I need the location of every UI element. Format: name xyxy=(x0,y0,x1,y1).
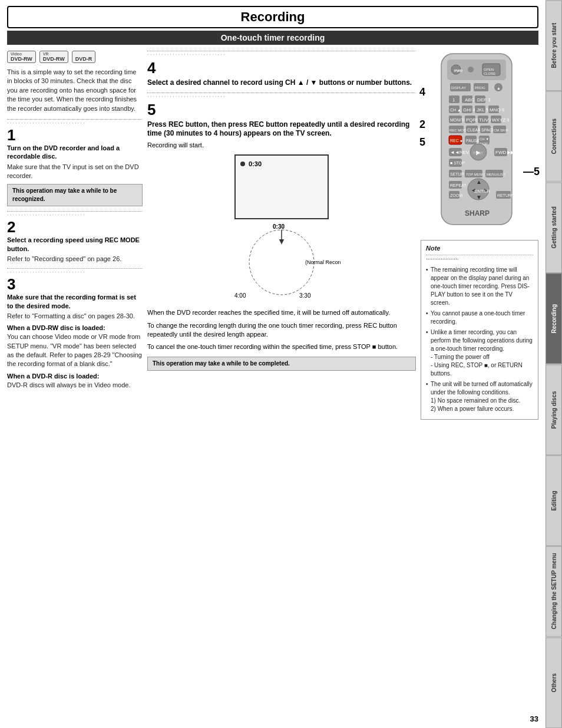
intro-text: This is a simple way to set the recordin… xyxy=(7,68,143,113)
step-4-dots: ···························· xyxy=(147,51,416,58)
sidebar-tab-editing[interactable]: Editing xyxy=(546,455,562,546)
mid-para-2: To change the recording length during th… xyxy=(147,321,416,340)
mid-warning: This operation may take a while to be co… xyxy=(147,357,416,371)
step-3-body: Refer to "Formatting a disc" on pages 28… xyxy=(7,312,143,321)
step-3-dvdrw-heading: When a DVD-RW disc is loaded: xyxy=(7,324,143,331)
step-4-number: 4 xyxy=(147,59,416,77)
tv-time-display: 0:30 xyxy=(249,160,262,167)
svg-text:ENTER: ENTER xyxy=(474,189,490,194)
step-1-body: Make sure that the TV input is set on th… xyxy=(7,163,143,181)
sidebar: Before you start Connections Getting sta… xyxy=(546,0,562,728)
svg-text:PAUSE: PAUSE xyxy=(466,139,480,143)
remote-step-2-label: 2 xyxy=(419,118,425,131)
disc-badge-dvdrw-video: VideoDVD-RW xyxy=(7,51,36,63)
step-3: ···························· 3 Make sure… xyxy=(7,268,143,390)
sidebar-tab-setup-menu[interactable]: Changing the SETUP menu xyxy=(546,546,562,637)
remote-step-5-label: 5 xyxy=(419,136,425,149)
svg-text:SETUP: SETUP xyxy=(450,172,464,176)
svg-text:MNO 6: MNO 6 xyxy=(490,107,505,113)
svg-text:4:00: 4:00 xyxy=(234,292,246,299)
mid-para-1: When the DVD recorder reaches the specif… xyxy=(147,308,416,317)
svg-text:■ STOP: ■ STOP xyxy=(450,161,465,165)
svg-text:▲: ▲ xyxy=(476,179,482,185)
tv-dot xyxy=(240,162,245,166)
svg-text:CH ▼: CH ▼ xyxy=(480,137,489,141)
svg-text:REPEAT: REPEAT xyxy=(450,183,467,187)
note-item-2: You cannot pause a one-touch timer recor… xyxy=(426,309,533,326)
tv-screen-diagram: 0:30 xyxy=(234,154,329,219)
step-3-dots: ···························· xyxy=(7,268,143,275)
disc-badge-dvdrw-vr: VRDVD-RW xyxy=(39,51,68,63)
step-3-number: 3 xyxy=(7,276,143,292)
note-box: Note ···················· The remaining … xyxy=(421,240,538,420)
sidebar-tab-before-you-start[interactable]: Before you start xyxy=(546,0,562,91)
step-3-dvdr-heading: When a DVD-R disc is loaded: xyxy=(7,373,143,380)
disc-badges: VideoDVD-RW VRDVD-RW DVD-R xyxy=(7,51,143,63)
step-5-body: Recording will start. xyxy=(147,141,416,150)
dial-svg: 0:30 (Normal Recording) 1:00 4:00 3:30 xyxy=(223,224,340,301)
step-1-dots: ···························· xyxy=(7,119,143,126)
remote-svg: PWR OPEN CLOSE DISPLAY PROG ▲ 1 xyxy=(432,51,521,233)
step-1-warning: This operation may take a while to be re… xyxy=(7,184,143,206)
note-item-4: The unit will be turned off automaticall… xyxy=(426,380,533,413)
svg-text:CLOSE: CLOSE xyxy=(484,72,495,75)
step-4-title: Select a desired channel to record using… xyxy=(147,78,416,88)
main-content: Recording One-touch timer recording Vide… xyxy=(0,0,546,728)
svg-text:REC MODE: REC MODE xyxy=(449,129,468,132)
step-1: ···························· 1 Turn on t… xyxy=(7,119,143,206)
svg-text:RETURN: RETURN xyxy=(497,193,514,197)
svg-text:PROG: PROG xyxy=(475,86,485,90)
remote-container: 4 2 5 —5 PWR OPEN CLOSE xyxy=(432,51,527,235)
remote-step-5b-label: —5 xyxy=(523,166,540,178)
svg-text:PLAY: PLAY xyxy=(473,151,484,155)
svg-text:▲: ▲ xyxy=(497,86,501,90)
svg-text:PWR: PWR xyxy=(454,69,463,73)
svg-text:JKL 5: JKL 5 xyxy=(477,107,489,113)
svg-text:OPEN: OPEN xyxy=(484,68,494,71)
sidebar-tab-connections[interactable]: Connections xyxy=(546,91,562,182)
mid-para-3: To cancel the one-touch timer recording … xyxy=(147,342,416,351)
svg-text:TOP MENU: TOP MENU xyxy=(466,173,484,176)
svg-text:0:30: 0:30 xyxy=(273,224,285,230)
disc-badge-dvdr: DVD-R xyxy=(72,51,96,63)
remote-step-4-label: 4 xyxy=(419,86,425,98)
svg-text:(Normal Recording)  1:00: (Normal Recording) 1:00 xyxy=(305,259,340,265)
svg-text:3:30: 3:30 xyxy=(299,292,311,299)
sidebar-tab-getting-started[interactable]: Getting started xyxy=(546,182,562,273)
svg-text:TUV 8: TUV 8 xyxy=(479,117,492,123)
sidebar-tab-others[interactable]: Others xyxy=(546,637,562,728)
svg-text:MENU/LIST: MENU/LIST xyxy=(487,173,505,176)
step-1-title: Turn on the DVD recorder and load a reco… xyxy=(7,144,143,161)
step-5-dots: ···························· xyxy=(147,93,416,100)
svg-text:DISPLAY: DISPLAY xyxy=(451,86,466,90)
svg-text:CM SKIP: CM SKIP xyxy=(494,129,508,132)
svg-text:▼: ▼ xyxy=(476,194,482,200)
svg-text:REC ●: REC ● xyxy=(450,139,462,143)
step-3-dvdrw-body: You can choose Video mode or VR mode fro… xyxy=(7,332,143,369)
step-2: ···························· 2 Select a … xyxy=(7,211,143,263)
svg-text:CH ▲: CH ▲ xyxy=(450,108,461,112)
step-1-number: 1 xyxy=(7,127,143,143)
svg-text:◄◄REV: ◄◄REV xyxy=(450,150,470,155)
step-3-title: Make sure that the recording format is s… xyxy=(7,293,143,310)
step-2-title: Select a recording speed using REC MODE … xyxy=(7,236,143,253)
svg-text:ZOOM: ZOOM xyxy=(450,193,462,197)
mid-column: ···························· 4 Select a … xyxy=(147,51,416,420)
page-title: Recording xyxy=(7,6,538,28)
svg-text:1: 1 xyxy=(452,97,455,103)
step-2-dots: ···························· xyxy=(7,211,143,218)
left-column: VideoDVD-RW VRDVD-RW DVD-R This is a sim… xyxy=(7,51,143,420)
dial-diagram: 0:30 (Normal Recording) 1:00 4:00 3:30 xyxy=(223,224,340,302)
right-column: 4 2 5 —5 PWR OPEN CLOSE xyxy=(421,51,538,420)
note-title: Note xyxy=(426,244,533,253)
step-4: ···························· 4 Select a … xyxy=(147,51,416,88)
step-3-dvdr-body: DVD-R discs will always be in Video mode… xyxy=(7,381,143,390)
step-2-number: 2 xyxy=(7,219,143,235)
sidebar-tab-playing-discs[interactable]: Playing discs xyxy=(546,364,562,455)
svg-point-13 xyxy=(468,67,474,73)
svg-text:DEF 3: DEF 3 xyxy=(477,97,491,103)
note-dots: ···················· xyxy=(426,255,533,263)
sidebar-tab-recording[interactable]: Recording xyxy=(546,273,562,364)
svg-text:SHARP: SHARP xyxy=(465,209,490,218)
step-5-title: Press REC button, then press REC button … xyxy=(147,120,416,139)
